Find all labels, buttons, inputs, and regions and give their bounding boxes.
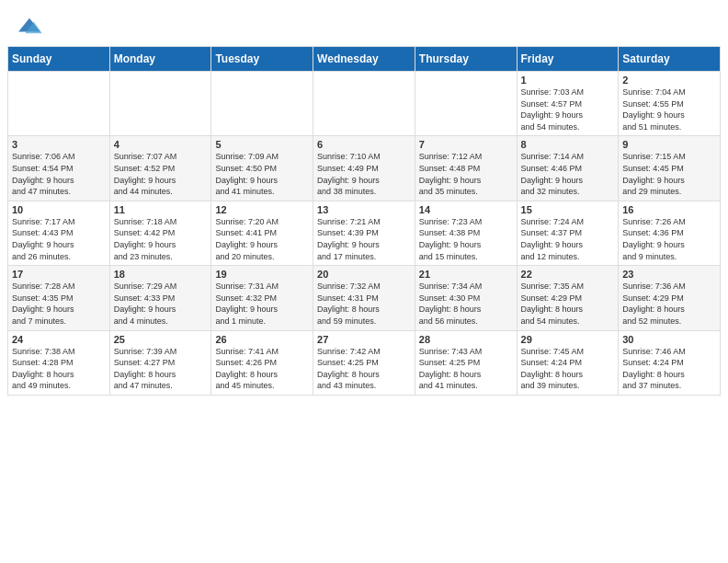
day-number: 26 bbox=[215, 334, 309, 345]
day-info: Sunrise: 7:46 AM Sunset: 4:24 PM Dayligh… bbox=[622, 346, 716, 392]
calendar-cell: 9Sunrise: 7:15 AM Sunset: 4:45 PM Daylig… bbox=[619, 136, 721, 201]
calendar-cell: 18Sunrise: 7:29 AM Sunset: 4:33 PM Dayli… bbox=[109, 266, 211, 330]
day-info: Sunrise: 7:17 AM Sunset: 4:43 PM Dayligh… bbox=[12, 216, 106, 262]
day-number: 28 bbox=[419, 334, 513, 345]
calendar-cell: 28Sunrise: 7:43 AM Sunset: 4:25 PM Dayli… bbox=[415, 330, 517, 395]
day-info: Sunrise: 7:36 AM Sunset: 4:29 PM Dayligh… bbox=[622, 281, 716, 327]
day-info: Sunrise: 7:42 AM Sunset: 4:25 PM Dayligh… bbox=[317, 346, 411, 392]
day-number: 8 bbox=[521, 139, 615, 150]
calendar-cell: 16Sunrise: 7:26 AM Sunset: 4:36 PM Dayli… bbox=[619, 201, 721, 265]
logo bbox=[17, 17, 46, 37]
day-number: 3 bbox=[12, 139, 106, 150]
calendar-cell: 6Sunrise: 7:10 AM Sunset: 4:49 PM Daylig… bbox=[313, 136, 415, 201]
day-number: 9 bbox=[622, 139, 716, 150]
calendar-cell bbox=[313, 72, 415, 136]
day-number: 18 bbox=[114, 269, 208, 280]
day-number: 1 bbox=[521, 75, 615, 86]
day-info: Sunrise: 7:32 AM Sunset: 4:31 PM Dayligh… bbox=[317, 281, 411, 327]
day-info: Sunrise: 7:06 AM Sunset: 4:54 PM Dayligh… bbox=[12, 151, 106, 197]
day-number: 2 bbox=[622, 75, 716, 86]
calendar-cell: 2Sunrise: 7:04 AM Sunset: 4:55 PM Daylig… bbox=[619, 72, 721, 136]
calendar-header: SundayMondayTuesdayWednesdayThursdayFrid… bbox=[8, 47, 721, 72]
calendar-cell: 19Sunrise: 7:31 AM Sunset: 4:32 PM Dayli… bbox=[211, 266, 313, 330]
day-number: 22 bbox=[521, 269, 615, 280]
calendar-cell bbox=[211, 72, 313, 136]
day-number: 19 bbox=[215, 269, 309, 280]
day-info: Sunrise: 7:24 AM Sunset: 4:37 PM Dayligh… bbox=[521, 216, 615, 262]
calendar-cell: 5Sunrise: 7:09 AM Sunset: 4:50 PM Daylig… bbox=[211, 136, 313, 201]
calendar-cell: 7Sunrise: 7:12 AM Sunset: 4:48 PM Daylig… bbox=[415, 136, 517, 201]
day-info: Sunrise: 7:39 AM Sunset: 4:27 PM Dayligh… bbox=[114, 346, 208, 392]
calendar-cell: 4Sunrise: 7:07 AM Sunset: 4:52 PM Daylig… bbox=[109, 136, 211, 201]
day-number: 7 bbox=[419, 139, 513, 150]
day-info: Sunrise: 7:34 AM Sunset: 4:30 PM Dayligh… bbox=[419, 281, 513, 327]
day-info: Sunrise: 7:04 AM Sunset: 4:55 PM Dayligh… bbox=[622, 86, 716, 132]
day-number: 17 bbox=[12, 269, 106, 280]
calendar-cell: 23Sunrise: 7:36 AM Sunset: 4:29 PM Dayli… bbox=[619, 266, 721, 330]
calendar-cell: 1Sunrise: 7:03 AM Sunset: 4:57 PM Daylig… bbox=[517, 72, 619, 136]
calendar-cell bbox=[415, 72, 517, 136]
calendar-cell: 21Sunrise: 7:34 AM Sunset: 4:30 PM Dayli… bbox=[415, 266, 517, 330]
day-info: Sunrise: 7:21 AM Sunset: 4:39 PM Dayligh… bbox=[317, 216, 411, 262]
day-info: Sunrise: 7:26 AM Sunset: 4:36 PM Dayligh… bbox=[622, 216, 716, 262]
day-info: Sunrise: 7:10 AM Sunset: 4:49 PM Dayligh… bbox=[317, 151, 411, 197]
weekday-header: Saturday bbox=[619, 47, 721, 72]
day-number: 23 bbox=[622, 269, 716, 280]
calendar-cell: 20Sunrise: 7:32 AM Sunset: 4:31 PM Dayli… bbox=[313, 266, 415, 330]
day-number: 12 bbox=[215, 204, 309, 215]
day-info: Sunrise: 7:41 AM Sunset: 4:26 PM Dayligh… bbox=[215, 346, 309, 392]
day-info: Sunrise: 7:20 AM Sunset: 4:41 PM Dayligh… bbox=[215, 216, 309, 262]
day-info: Sunrise: 7:35 AM Sunset: 4:29 PM Dayligh… bbox=[521, 281, 615, 327]
calendar-cell: 11Sunrise: 7:18 AM Sunset: 4:42 PM Dayli… bbox=[109, 201, 211, 265]
calendar-table: SundayMondayTuesdayWednesdayThursdayFrid… bbox=[7, 46, 721, 396]
day-number: 20 bbox=[317, 269, 411, 280]
calendar-cell bbox=[109, 72, 211, 136]
calendar-wrapper: SundayMondayTuesdayWednesdayThursdayFrid… bbox=[0, 46, 728, 403]
calendar-cell: 8Sunrise: 7:14 AM Sunset: 4:46 PM Daylig… bbox=[517, 136, 619, 201]
calendar-cell: 29Sunrise: 7:45 AM Sunset: 4:24 PM Dayli… bbox=[517, 330, 619, 395]
day-number: 30 bbox=[622, 334, 716, 345]
day-info: Sunrise: 7:43 AM Sunset: 4:25 PM Dayligh… bbox=[419, 346, 513, 392]
day-info: Sunrise: 7:29 AM Sunset: 4:33 PM Dayligh… bbox=[114, 281, 208, 327]
day-number: 5 bbox=[215, 139, 309, 150]
day-number: 10 bbox=[12, 204, 106, 215]
calendar-cell bbox=[8, 72, 110, 136]
calendar-cell: 3Sunrise: 7:06 AM Sunset: 4:54 PM Daylig… bbox=[8, 136, 110, 201]
calendar-cell: 15Sunrise: 7:24 AM Sunset: 4:37 PM Dayli… bbox=[517, 201, 619, 265]
calendar-cell: 24Sunrise: 7:38 AM Sunset: 4:28 PM Dayli… bbox=[8, 330, 110, 395]
day-info: Sunrise: 7:12 AM Sunset: 4:48 PM Dayligh… bbox=[419, 151, 513, 197]
day-number: 15 bbox=[521, 204, 615, 215]
page-header bbox=[0, 0, 728, 46]
day-number: 25 bbox=[114, 334, 208, 345]
weekday-header: Tuesday bbox=[211, 47, 313, 72]
day-number: 24 bbox=[12, 334, 106, 345]
day-info: Sunrise: 7:38 AM Sunset: 4:28 PM Dayligh… bbox=[12, 346, 106, 392]
calendar-cell: 30Sunrise: 7:46 AM Sunset: 4:24 PM Dayli… bbox=[619, 330, 721, 395]
calendar-cell: 27Sunrise: 7:42 AM Sunset: 4:25 PM Dayli… bbox=[313, 330, 415, 395]
day-number: 16 bbox=[622, 204, 716, 215]
calendar-cell: 10Sunrise: 7:17 AM Sunset: 4:43 PM Dayli… bbox=[8, 201, 110, 265]
day-number: 29 bbox=[521, 334, 615, 345]
day-number: 21 bbox=[419, 269, 513, 280]
day-info: Sunrise: 7:03 AM Sunset: 4:57 PM Dayligh… bbox=[521, 86, 615, 132]
day-number: 11 bbox=[114, 204, 208, 215]
calendar-cell: 13Sunrise: 7:21 AM Sunset: 4:39 PM Dayli… bbox=[313, 201, 415, 265]
day-info: Sunrise: 7:45 AM Sunset: 4:24 PM Dayligh… bbox=[521, 346, 615, 392]
calendar-cell: 25Sunrise: 7:39 AM Sunset: 4:27 PM Dayli… bbox=[109, 330, 211, 395]
day-info: Sunrise: 7:14 AM Sunset: 4:46 PM Dayligh… bbox=[521, 151, 615, 197]
calendar-cell: 17Sunrise: 7:28 AM Sunset: 4:35 PM Dayli… bbox=[8, 266, 110, 330]
day-info: Sunrise: 7:23 AM Sunset: 4:38 PM Dayligh… bbox=[419, 216, 513, 262]
weekday-header: Thursday bbox=[415, 47, 517, 72]
weekday-header: Monday bbox=[109, 47, 211, 72]
day-number: 27 bbox=[317, 334, 411, 345]
calendar-cell: 14Sunrise: 7:23 AM Sunset: 4:38 PM Dayli… bbox=[415, 201, 517, 265]
day-number: 14 bbox=[419, 204, 513, 215]
weekday-header: Wednesday bbox=[313, 47, 415, 72]
day-info: Sunrise: 7:09 AM Sunset: 4:50 PM Dayligh… bbox=[215, 151, 309, 197]
logo-icon bbox=[17, 17, 42, 37]
day-number: 6 bbox=[317, 139, 411, 150]
weekday-header: Sunday bbox=[8, 47, 110, 72]
calendar-cell: 12Sunrise: 7:20 AM Sunset: 4:41 PM Dayli… bbox=[211, 201, 313, 265]
day-info: Sunrise: 7:18 AM Sunset: 4:42 PM Dayligh… bbox=[114, 216, 208, 262]
calendar-cell: 26Sunrise: 7:41 AM Sunset: 4:26 PM Dayli… bbox=[211, 330, 313, 395]
